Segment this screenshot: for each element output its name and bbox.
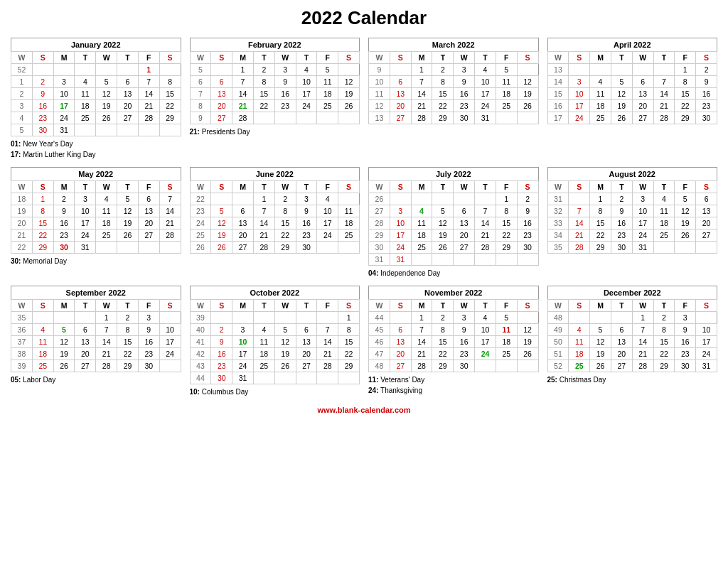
day-cell: 27 [75, 360, 96, 372]
day-cell: 2 [432, 312, 454, 324]
day-cell: 22 [117, 348, 139, 360]
day-cell: 11 [496, 76, 517, 88]
day-cell: 11 [590, 88, 611, 100]
month-block-2: February 2022WSMTWTFS5123456678910111271… [190, 38, 360, 160]
day-cell [632, 64, 653, 76]
day-cell: 11 [75, 88, 96, 100]
day-cell [390, 312, 411, 324]
month-block-3: March 2022WSMTWTFS9123451067891011121113… [368, 38, 539, 160]
day-cell: 25 [75, 112, 96, 124]
day-cell: 42 [190, 348, 211, 360]
day-cell: 3 [569, 76, 590, 88]
day-cell: 7 [411, 76, 432, 88]
month-title: June 2022 [190, 167, 360, 180]
day-cell: 21 [475, 229, 496, 242]
day-cell: 7 [569, 205, 590, 217]
day-cell: 27 [211, 112, 232, 124]
day-cell: 30 [696, 112, 717, 124]
day-cell: 26 [211, 242, 232, 254]
day-cell: 13 [211, 88, 232, 100]
day-cell: 28 [632, 360, 653, 372]
day-cell: 14 [96, 336, 117, 348]
day-cell: 26 [611, 112, 632, 124]
day-cell: 4 [569, 324, 590, 336]
day-cell: 17 [632, 217, 653, 229]
day-cell: 41 [190, 336, 211, 348]
month-block-1: January 2022WSMTWTFS52112345678291011121… [11, 38, 181, 160]
day-cell: 20 [390, 100, 411, 112]
day-cell: 7 [632, 324, 653, 336]
day-cell: 1 [96, 312, 117, 324]
day-cell [590, 64, 611, 76]
day-cell: 21 [411, 348, 432, 360]
day-cell: 1 [496, 193, 517, 205]
day-cell: 3 [274, 64, 296, 76]
day-cell: 25 [32, 360, 53, 372]
day-cell [317, 372, 338, 384]
day-cell: 29 [159, 112, 181, 124]
day-cell: 1 [338, 312, 360, 324]
day-cell: 9 [274, 76, 296, 88]
day-cell: 4 [475, 312, 496, 324]
day-cell [296, 112, 317, 124]
day-cell: 30 [369, 242, 390, 254]
day-cell: 27 [369, 205, 390, 217]
day-cell: 28 [138, 112, 159, 124]
day-cell: 9 [454, 324, 475, 336]
day-cell: 2 [274, 193, 296, 205]
holiday-notes: 04: Independence Day [368, 268, 539, 279]
day-cell: 17 [696, 336, 717, 348]
day-cell: 16 [454, 88, 475, 100]
day-cell [32, 64, 53, 76]
day-cell: 6 [190, 76, 211, 88]
day-cell: 13 [138, 205, 159, 217]
day-cell: 14 [138, 88, 159, 100]
day-cell: 13 [454, 217, 475, 229]
month-block-4: April 2022WSMTWTFS1312143456789151011121… [547, 38, 718, 160]
day-cell: 27 [696, 229, 717, 242]
day-cell: 12 [211, 217, 232, 229]
day-cell: 2 [611, 193, 632, 205]
day-cell: 1 [138, 64, 159, 76]
day-cell: 2 [11, 88, 33, 100]
day-cell: 23 [517, 229, 538, 242]
day-cell: 22 [590, 229, 611, 242]
day-cell: 18 [496, 336, 517, 348]
day-cell [117, 124, 139, 136]
day-cell [338, 372, 360, 384]
day-cell: 5 [496, 312, 517, 324]
day-cell: 4 [590, 76, 611, 88]
day-cell: 7 [96, 324, 117, 336]
day-cell: 16 [211, 348, 232, 360]
day-cell: 13 [632, 88, 653, 100]
day-cell: 28 [569, 242, 590, 254]
day-cell: 2 [117, 312, 139, 324]
day-cell: 15 [117, 336, 139, 348]
day-cell: 10 [569, 88, 590, 100]
day-cell: 23 [32, 112, 53, 124]
day-cell [138, 124, 159, 136]
day-cell: 29 [653, 360, 675, 372]
day-cell [653, 242, 675, 254]
month-title: July 2022 [368, 167, 539, 180]
day-cell [32, 312, 53, 324]
day-cell [75, 312, 96, 324]
day-cell: 18 [317, 88, 338, 100]
day-cell: 15 [547, 88, 569, 100]
day-cell: 11 [32, 336, 53, 348]
day-cell: 5 [117, 193, 139, 205]
day-cell [496, 254, 517, 266]
day-cell: 3 [632, 193, 653, 205]
day-cell: 16 [696, 88, 717, 100]
day-cell: 20 [390, 348, 411, 360]
day-cell: 13 [232, 217, 254, 229]
day-cell: 12 [117, 205, 139, 217]
day-cell: 7 [159, 193, 181, 205]
day-cell: 15 [253, 88, 274, 100]
day-cell: 26 [517, 100, 538, 112]
month-table: WSMTWTFS48123494567891050111213141516175… [547, 299, 718, 372]
day-cell: 25 [590, 112, 611, 124]
day-cell: 22 [432, 348, 454, 360]
day-cell: 11 [653, 205, 675, 217]
day-cell: 2 [253, 64, 274, 76]
